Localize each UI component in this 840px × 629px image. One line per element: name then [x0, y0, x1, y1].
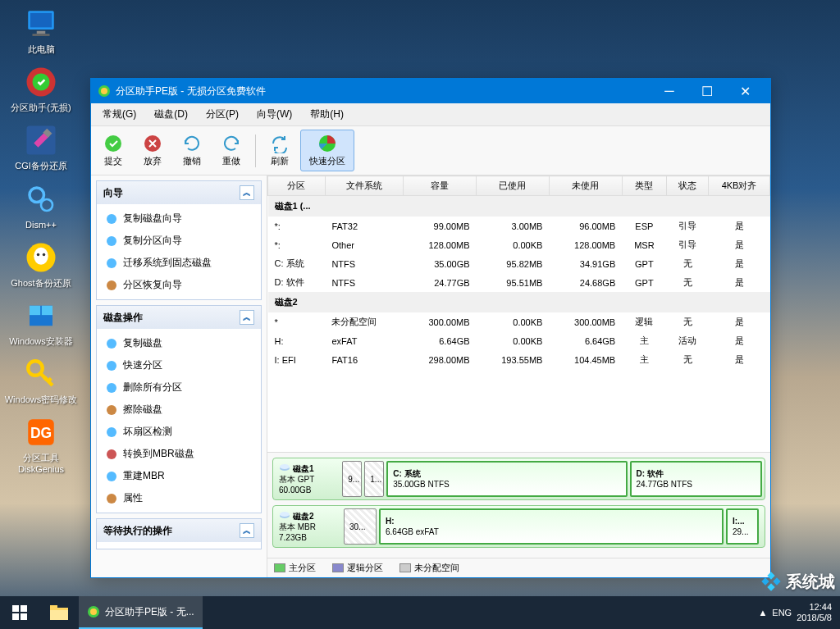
redo-button[interactable]: 重做 [212, 130, 250, 171]
wininstall-icon [24, 299, 58, 333]
column-header[interactable]: 未使用 [549, 176, 622, 196]
panel-header[interactable]: 等待执行的操作︽ [97, 519, 261, 542]
tool-label: 重做 [222, 155, 240, 167]
sidebar-item[interactable]: 删除所有分区 [98, 376, 259, 399]
sidebar: 向导︽复制磁盘向导复制分区向导迁移系统到固态磁盘分区恢复向导磁盘操作︽复制磁盘快… [91, 175, 267, 577]
cell-align: 是 [709, 350, 770, 369]
partition-row[interactable]: *:FAT3299.00MB3.00MB96.00MBESP引导是 [268, 217, 770, 235]
discard-button[interactable]: 放弃 [134, 130, 171, 171]
disk-group-row[interactable]: 磁盘1 (... [268, 196, 770, 217]
sidebar-item[interactable]: 重建MBR [98, 465, 259, 487]
disk-entry[interactable]: 磁盘1基本 GPT60.00GB9...1...C: 系统35.00GB NTF… [272, 458, 765, 500]
column-header[interactable]: 分区 [268, 176, 326, 196]
part-sub: 24.77GB NTFS [637, 479, 756, 490]
menu-item[interactable]: 磁盘(D) [146, 105, 196, 124]
desktop-icon-gears[interactable]: Dism++ [3, 182, 79, 230]
sidebar-item[interactable]: 分区恢复向导 [98, 274, 259, 296]
cell-part: I: EFI [268, 350, 326, 369]
cell-used: 0.00KB [477, 312, 550, 331]
refresh-button[interactable]: 刷新 [261, 130, 299, 171]
panel-header[interactable]: 向导︽ [97, 181, 261, 204]
menu-item[interactable]: 常规(G) [94, 105, 144, 124]
partition-block[interactable]: 9... [342, 461, 362, 497]
cell-part: C: 系统 [268, 254, 326, 273]
panel-header[interactable]: 磁盘操作︽ [97, 306, 261, 329]
commit-button[interactable]: 提交 [94, 130, 132, 171]
legend-swatch [274, 563, 285, 572]
item-icon [105, 359, 118, 372]
cell-part: H: [268, 331, 326, 350]
svg-point-32 [107, 405, 116, 415]
column-header[interactable]: 容量 [404, 176, 477, 196]
svg-rect-42 [21, 605, 27, 612]
cell-type: 逻辑 [622, 312, 666, 331]
sidebar-item[interactable]: 快速分区 [98, 354, 259, 376]
close-button[interactable]: ✕ [726, 79, 764, 103]
column-header[interactable]: 状态 [667, 176, 709, 196]
partition-row[interactable]: *:Other128.00MB0.00KB128.00MBMSR引导是 [268, 235, 770, 254]
taskbar-app[interactable]: 分区助手PE版 - 无... [79, 596, 203, 629]
item-icon [105, 279, 118, 292]
sidebar-item[interactable]: 复制磁盘 [98, 332, 259, 354]
svg-point-25 [107, 214, 116, 224]
disk-entry[interactable]: 磁盘2基本 MBR7.23GB30...H:6.64GB exFATI:...2… [272, 505, 765, 548]
desktop-icon-ghost[interactable]: Ghost备份还原 [3, 240, 79, 289]
partition-row[interactable]: D: 软件NTFS24.77GB95.51MB24.68GBGPT无是 [268, 273, 770, 292]
chevron-up-icon[interactable]: ︽ [240, 523, 254, 538]
menu-item[interactable]: 分区(P) [198, 105, 247, 124]
partition-row[interactable]: C: 系统NTFS35.00GB95.82MB34.91GBGPT无是 [268, 254, 770, 273]
chevron-up-icon[interactable]: ︽ [240, 185, 254, 200]
partition-block[interactable]: 30... [344, 508, 377, 545]
tray-time[interactable]: 12:44 [797, 602, 832, 613]
svg-point-38 [280, 464, 290, 469]
sidebar-item[interactable]: 坏扇区检测 [98, 421, 259, 443]
sidebar-item[interactable]: 复制分区向导 [98, 230, 259, 252]
partition-row[interactable]: *未分配空间300.00MB0.00KB300.00MB逻辑无是 [268, 312, 770, 331]
partition-block[interactable]: C: 系统35.00GB NTFS [386, 461, 627, 497]
desktop-icon-partition[interactable]: 分区助手(无损) [3, 65, 79, 113]
column-header[interactable]: 4KB对齐 [709, 176, 770, 196]
sidebar-item[interactable]: 转换到MBR磁盘 [98, 443, 259, 465]
file-explorer-icon[interactable] [39, 596, 79, 629]
desktop-icon-wininstall[interactable]: Windows安装器 [3, 299, 79, 347]
partition-block[interactable]: H:6.64GB exFAT [379, 508, 724, 545]
partition-row[interactable]: I: EFIFAT16298.00MB193.55MB104.45MB主无是 [268, 350, 770, 369]
partition-block[interactable]: 1... [364, 461, 384, 497]
partition-block[interactable]: I:...29... [726, 508, 759, 545]
item-icon [105, 470, 118, 483]
refresh-icon [270, 134, 290, 153]
tray-date[interactable]: 2018/5/8 [797, 613, 832, 623]
sidebar-item[interactable]: 复制磁盘向导 [98, 207, 259, 230]
cell-status: 无 [667, 254, 709, 273]
desktop-icon-key[interactable]: Windows密码修改 [3, 357, 79, 405]
desktop-icon-hammer[interactable]: CGI备份还原 [3, 123, 79, 171]
start-button[interactable] [0, 596, 39, 629]
titlebar[interactable]: 分区助手PE版 - 无损分区免费软件 ─ ☐ ✕ [91, 79, 770, 103]
cell-free: 34.91GB [549, 254, 622, 273]
part-label: 1... [370, 474, 378, 485]
chevron-up-icon[interactable]: ︽ [240, 310, 254, 325]
column-header[interactable]: 文件系统 [325, 176, 403, 196]
sidebar-item[interactable]: 迁移系统到固态磁盘 [98, 252, 259, 274]
desktop-icon-computer[interactable]: 此电脑 [3, 7, 79, 55]
minimize-button[interactable]: ─ [651, 79, 688, 103]
disk-group-row[interactable]: 磁盘2 [268, 292, 770, 312]
system-tray[interactable]: ▲ ENG 12:44 2018/5/8 [750, 602, 840, 623]
menu-item[interactable]: 帮助(H) [302, 105, 352, 124]
tray-icon[interactable]: ▲ [758, 608, 767, 618]
undo-button[interactable]: 撤销 [173, 130, 211, 171]
desktop-icon-diskgenius[interactable]: DG分区工具DiskGenius [3, 415, 79, 474]
sidebar-item[interactable]: 属性 [98, 487, 259, 509]
column-header[interactable]: 已使用 [477, 176, 550, 196]
sidebar-item[interactable]: 擦除磁盘 [98, 399, 259, 421]
partition-row[interactable]: H:exFAT6.64GB0.00KB6.64GB主活动是 [268, 331, 770, 350]
ghost-icon [24, 240, 58, 275]
toolbar-separator [255, 134, 256, 167]
partition-block[interactable]: D: 软件24.77GB NTFS [630, 461, 762, 497]
menu-item[interactable]: 向导(W) [249, 105, 300, 124]
legend-item: 逻辑分区 [332, 562, 383, 574]
column-header[interactable]: 类型 [622, 176, 666, 196]
maximize-button[interactable]: ☐ [688, 79, 726, 103]
language-indicator[interactable]: ENG [772, 608, 792, 618]
quickpart-button[interactable]: 快速分区 [300, 130, 354, 171]
